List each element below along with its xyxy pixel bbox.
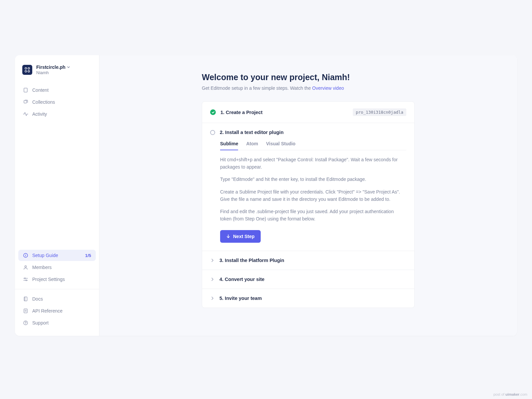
- sidebar-item-label: Activity: [32, 111, 47, 117]
- sidebar-item-activity[interactable]: Activity: [18, 108, 96, 120]
- svg-point-8: [24, 278, 25, 279]
- sidebar-item-docs[interactable]: Docs: [18, 293, 96, 305]
- sidebar-item-support[interactable]: Support: [18, 317, 96, 329]
- svg-rect-11: [24, 309, 27, 313]
- file-icon: [23, 87, 28, 93]
- workspace-user: Niamh: [36, 70, 70, 75]
- sidebar-item-collections[interactable]: Collections: [18, 96, 96, 108]
- step-title: 2. Install a text editor plugin: [220, 130, 284, 135]
- setup-progress-badge: 1/5: [85, 253, 91, 258]
- page-subtitle: Get Editmode setup in a few simple steps…: [202, 85, 415, 91]
- workspace-logo-icon: [22, 65, 32, 75]
- sidebar-item-label: Support: [32, 320, 49, 326]
- svg-rect-4: [24, 88, 27, 92]
- sidebar-item-project-settings[interactable]: Project Settings: [18, 274, 96, 285]
- copy-icon: [23, 99, 28, 105]
- step-title: 5. Invite your team: [219, 296, 262, 301]
- next-step-button[interactable]: Next Step: [220, 230, 261, 243]
- editor-tabs: Sublime Atom Visual Studio: [220, 141, 406, 150]
- main-content: Welcome to your new project, Niamh! Get …: [99, 55, 517, 336]
- footer-credit: post of uimaker.com: [493, 392, 527, 396]
- user-icon: [23, 265, 28, 270]
- sidebar-item-label: Project Settings: [32, 277, 65, 282]
- step-title: 3. Install the Platform Plugin: [219, 258, 284, 263]
- svg-rect-2: [25, 70, 27, 72]
- info-icon: [23, 253, 28, 258]
- instruction-p1: Hit cmd+shift+p and select "Package Cont…: [220, 156, 406, 171]
- sidebar: Firstcircle.ph Niamh Content Collections…: [15, 55, 99, 336]
- svg-point-7: [25, 266, 27, 267]
- app-window: Firstcircle.ph Niamh Content Collections…: [15, 55, 517, 336]
- sidebar-item-content[interactable]: Content: [18, 84, 96, 96]
- sidebar-item-label: API Reference: [32, 308, 63, 314]
- sidebar-item-label: Setup Guide: [32, 253, 58, 258]
- step-2-install-editor-plugin: 2. Install a text editor plugin Sublime …: [202, 123, 414, 251]
- step-title: 1. Create a Project: [220, 110, 263, 115]
- project-id-code: pro_130i318cn0jadla: [353, 108, 406, 116]
- step-4-convert-site[interactable]: 4. Convert your site: [202, 270, 414, 289]
- sliders-icon: [23, 277, 28, 282]
- workspace-switcher[interactable]: Firstcircle.ph Niamh: [15, 65, 99, 75]
- doc-icon: [23, 308, 28, 314]
- sidebar-item-label: Members: [32, 265, 52, 270]
- chevron-down-icon: [67, 66, 70, 69]
- radio-empty-icon: [210, 130, 215, 135]
- sidebar-item-setup-guide[interactable]: Setup Guide 1/5: [18, 250, 96, 261]
- step-title: 4. Convert your site: [219, 277, 264, 282]
- instruction-p4: Find and edit the .sublime-project file …: [220, 208, 406, 222]
- help-icon: [23, 320, 28, 326]
- page-title: Welcome to your new project, Niamh!: [202, 72, 415, 82]
- tab-sublime[interactable]: Sublime: [220, 141, 238, 150]
- chevron-right-icon: [210, 277, 215, 282]
- instruction-p3: Create a Sublime Project file with your …: [220, 189, 406, 203]
- chevron-right-icon: [210, 296, 215, 301]
- sidebar-item-label: Docs: [32, 296, 43, 302]
- next-step-label: Next Step: [233, 234, 255, 239]
- sidebar-item-members[interactable]: Members: [18, 262, 96, 273]
- check-circle-icon: [210, 109, 216, 115]
- instructions: Hit cmd+shift+p and select "Package Cont…: [220, 156, 406, 223]
- activity-icon: [23, 111, 28, 117]
- tab-visual-studio[interactable]: Visual Studio: [266, 141, 295, 150]
- step-3-install-platform-plugin[interactable]: 3. Install the Platform Plugin: [202, 251, 414, 270]
- book-icon: [23, 296, 28, 302]
- chevron-right-icon: [210, 258, 215, 263]
- sidebar-item-api-reference[interactable]: API Reference: [18, 305, 96, 317]
- setup-steps-card: 1. Create a Project pro_130i318cn0jadla …: [202, 101, 415, 308]
- svg-rect-0: [25, 67, 27, 69]
- step-1-create-project[interactable]: 1. Create a Project pro_130i318cn0jadla: [202, 102, 414, 123]
- sidebar-item-label: Collections: [32, 99, 55, 105]
- divider: [15, 289, 99, 289]
- svg-rect-1: [28, 67, 30, 69]
- sidebar-item-label: Content: [32, 87, 49, 93]
- svg-rect-10: [24, 297, 27, 301]
- arrow-down-icon: [226, 234, 230, 238]
- workspace-name: Firstcircle.ph: [36, 65, 66, 70]
- svg-point-9: [26, 280, 27, 281]
- svg-rect-3: [28, 70, 30, 72]
- step-5-invite-team[interactable]: 5. Invite your team: [202, 289, 414, 308]
- instruction-p2: Type "Editmode" and hit the enter key, t…: [220, 176, 406, 183]
- svg-rect-5: [24, 100, 27, 103]
- overview-video-link[interactable]: Overview video: [312, 85, 344, 91]
- tab-atom[interactable]: Atom: [246, 141, 258, 150]
